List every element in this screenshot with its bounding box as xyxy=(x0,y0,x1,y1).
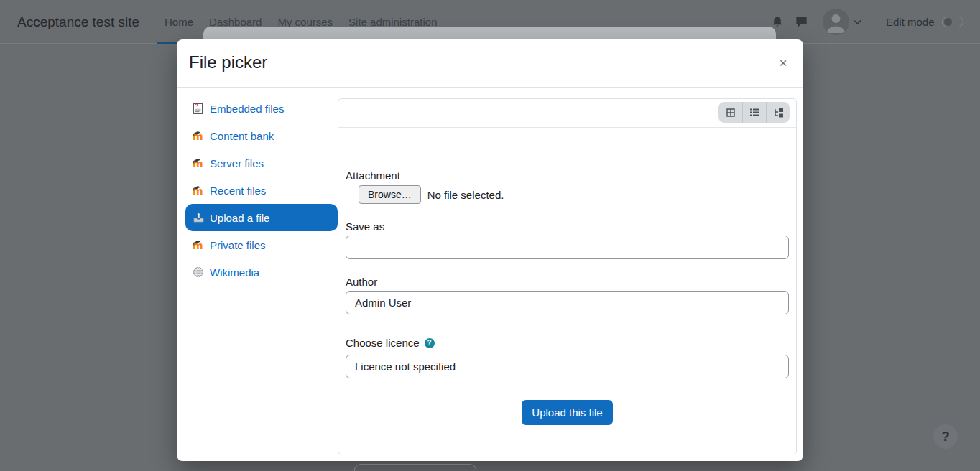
repo-item-label: Embedded files xyxy=(210,103,284,115)
background-partial-button xyxy=(354,464,476,471)
repo-item-content-bank[interactable]: m Content bank xyxy=(185,122,338,149)
repo-item-label: Private files xyxy=(210,239,266,251)
file-input-row: Browse… No file selected. xyxy=(359,185,789,204)
file-picker-modal: File picker × Embedded files m Content b… xyxy=(177,39,803,461)
site-brand: Acceptance test site xyxy=(17,0,139,44)
repo-item-label: Server files xyxy=(210,157,264,169)
save-as-input[interactable] xyxy=(346,236,789,259)
list-view-icon[interactable] xyxy=(742,102,766,123)
document-icon xyxy=(193,103,205,115)
view-mode-group xyxy=(718,102,790,123)
header-divider xyxy=(874,8,874,36)
repository-list: Embedded files m Content bank m Server f… xyxy=(185,95,338,286)
licence-select[interactable]: Licence not specified xyxy=(346,355,789,378)
save-as-label: Save as xyxy=(346,220,789,233)
save-as-field: Save as xyxy=(346,220,789,259)
author-field: Author xyxy=(346,276,789,314)
help-icon[interactable]: ? xyxy=(425,338,435,348)
avatar[interactable] xyxy=(823,9,849,35)
repo-item-label: Recent files xyxy=(210,185,266,197)
repo-item-recent-files[interactable]: m Recent files xyxy=(185,177,338,204)
repo-item-label: Content bank xyxy=(210,130,274,142)
repo-item-private-files[interactable]: m Private files xyxy=(185,231,338,258)
messages-icon[interactable] xyxy=(795,0,808,44)
moodle-icon: m xyxy=(193,130,205,142)
repo-item-label: Upload a file xyxy=(210,212,269,224)
icons-view-icon[interactable] xyxy=(718,102,742,123)
upload-this-file-button[interactable]: Upload this file xyxy=(522,400,612,425)
repo-item-upload-a-file[interactable]: Upload a file xyxy=(185,204,338,231)
edit-mode-label: Edit mode xyxy=(886,0,935,44)
licence-field: Choose licence ? Licence not specified xyxy=(346,337,789,378)
tree-view-icon[interactable] xyxy=(766,102,790,123)
licence-label: Choose licence xyxy=(346,337,420,349)
repo-item-label: Wikimedia xyxy=(210,266,259,279)
repo-item-wikimedia[interactable]: Wikimedia xyxy=(185,258,338,286)
filepicker-content-panel: Attachment Browse… No file selected. Sav… xyxy=(338,98,797,454)
panel-toolbar xyxy=(338,99,796,128)
close-icon[interactable]: × xyxy=(773,52,793,73)
attachment-field: Attachment Browse… No file selected. xyxy=(346,169,789,204)
author-input[interactable] xyxy=(346,291,789,314)
browse-button[interactable]: Browse… xyxy=(359,185,421,204)
globe-icon xyxy=(193,266,205,279)
upload-icon xyxy=(193,212,205,224)
author-label: Author xyxy=(346,276,789,288)
chevron-down-icon[interactable] xyxy=(854,0,861,44)
modal-header: File picker × xyxy=(177,39,803,88)
toggle-knob xyxy=(944,18,952,26)
repo-item-server-files[interactable]: m Server files xyxy=(185,149,338,177)
moodle-icon: m xyxy=(193,239,205,251)
edit-mode-toggle[interactable] xyxy=(942,17,963,27)
repo-item-embedded-files[interactable]: Embedded files xyxy=(185,95,338,122)
upload-form: Attachment Browse… No file selected. Sav… xyxy=(338,169,796,425)
moodle-icon: m xyxy=(193,157,205,169)
no-file-selected-text: No file selected. xyxy=(427,189,504,201)
moodle-icon: m xyxy=(193,185,205,197)
question-help-button[interactable]: ? xyxy=(933,424,958,449)
modal-title: File picker xyxy=(189,52,267,73)
nav-item-home[interactable]: Home xyxy=(157,0,201,44)
attachment-label: Attachment xyxy=(346,169,789,182)
